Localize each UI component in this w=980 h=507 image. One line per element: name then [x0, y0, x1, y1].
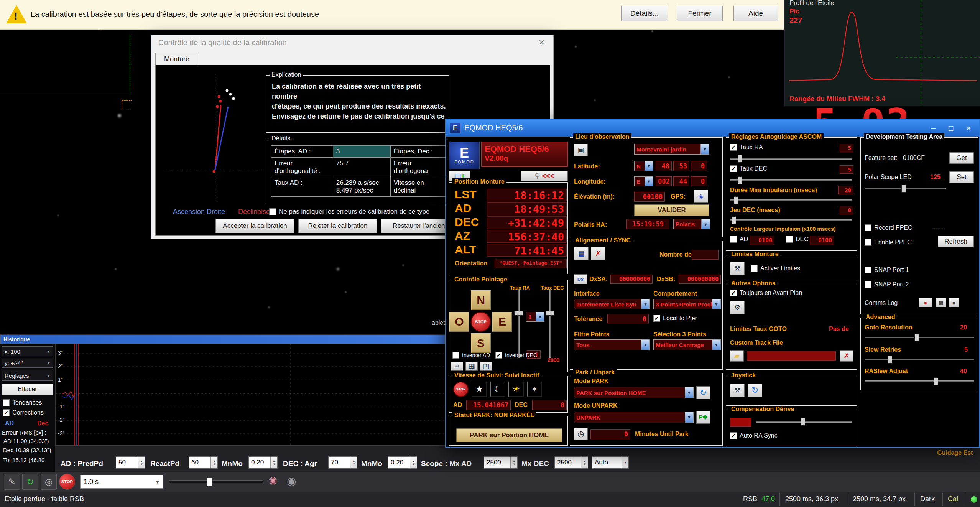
slew-south-button[interactable]: S	[471, 333, 491, 353]
taux-ra-vslider[interactable]	[514, 289, 524, 358]
spin-down-icon[interactable]: ▾	[213, 463, 215, 466]
slider-thumb[interactable]	[888, 356, 892, 364]
joystick-refresh-button[interactable]: ↻	[748, 384, 762, 397]
tab-monture[interactable]: Monture	[155, 53, 198, 65]
comms-stop-button[interactable]: ■	[949, 298, 959, 307]
track-file-clear-button[interactable]: ✗	[840, 350, 853, 362]
sync-list-view-button[interactable]: ▤	[574, 247, 589, 260]
slew-north-button[interactable]: N	[471, 290, 491, 310]
slider-thumb[interactable]	[546, 311, 554, 316]
grid-button[interactable]: ▦	[465, 362, 478, 371]
auto-ra-sync-checkbox[interactable]: ✓Auto RA Sync	[730, 432, 778, 439]
warning-details-button[interactable]: Détails...	[621, 6, 668, 21]
slider-thumb[interactable]	[207, 478, 212, 486]
spinner[interactable]: ▴▾	[210, 457, 217, 468]
loop-exposures-button[interactable]: ↻	[22, 474, 38, 490]
save-site-button[interactable]: ▣	[574, 144, 588, 156]
snap-port1-checkbox[interactable]: SNAP Port 1	[865, 267, 909, 273]
park-mode-dropdown[interactable]: PARK sur Position HOME▼	[574, 387, 694, 398]
reactpd-input[interactable]: 60▴▾	[189, 456, 218, 469]
mnmo-dec-input[interactable]: 0.20▴▾	[388, 456, 417, 469]
add-park-position-button[interactable]: P✚	[696, 411, 710, 424]
taux-ra-checkbox[interactable]: ✓Taux RA	[730, 144, 763, 151]
limits-wrench-button[interactable]: ⚒	[730, 262, 745, 275]
slew-east-button[interactable]: E	[492, 312, 512, 332]
pulse-ad-checkbox[interactable]: AD	[730, 236, 748, 243]
mnmo-ra-input[interactable]: 0.20▴▾	[248, 456, 278, 469]
taux-dec-slider[interactable]	[730, 176, 852, 184]
spinner[interactable]: ▴▾	[581, 457, 588, 468]
lat-ns-dropdown[interactable]: N▼	[634, 161, 653, 171]
dec-agr-input[interactable]: 70▴▾	[328, 456, 357, 469]
lon-ew-dropdown[interactable]: E▼	[634, 176, 653, 186]
comms-pause-button[interactable]: ▮▮	[936, 298, 946, 307]
tracking-dec-value[interactable]: 0	[532, 400, 567, 410]
slew-retries-slider[interactable]	[865, 356, 974, 364]
ra-slew-adjust-slider[interactable]	[865, 377, 974, 385]
elevation-value[interactable]: 00100	[634, 192, 665, 202]
slider-thumb[interactable]	[934, 377, 938, 385]
dont-show-checkbox[interactable]: Ne pas indiquer les erreurs de calibrati…	[269, 208, 429, 216]
unpark-mode-dropdown[interactable]: UNPARK▼	[574, 412, 694, 423]
polar-led-set-button[interactable]: Set	[949, 171, 974, 183]
local-to-pier-checkbox[interactable]: ✓Local to Pier	[653, 315, 697, 322]
track-file-folder-button[interactable]: ▰	[730, 350, 744, 362]
slider-thumb[interactable]	[801, 418, 805, 426]
unpark-shortcut-button[interactable]: ⚲<<<	[521, 171, 568, 181]
slider-thumb[interactable]	[738, 176, 742, 184]
slider-thumb[interactable]	[734, 196, 738, 204]
lunar-rate-button[interactable]: ☾	[490, 382, 505, 397]
min-pulse-slider[interactable]	[730, 196, 852, 204]
goto-resolution-slider[interactable]	[865, 333, 974, 342]
select-points-dropdown[interactable]: Meilleur Centrage▼	[653, 339, 721, 350]
slider-thumb[interactable]	[732, 216, 736, 224]
filter-points-dropdown[interactable]: Tous▼	[574, 339, 650, 350]
park-refresh-button[interactable]: ↻	[696, 386, 710, 399]
warning-help-button[interactable]: Aide	[733, 6, 778, 21]
behaviour-dropdown[interactable]: 3-Points+Point Proche▼	[653, 299, 721, 309]
gamma-slider[interactable]	[169, 477, 263, 486]
predpd-input[interactable]: 50▴▾	[116, 456, 145, 469]
dx-button[interactable]: Dx	[574, 274, 587, 284]
mx-ad-input[interactable]: 2500▴▾	[484, 456, 518, 469]
sidereal-rate-button[interactable]: ★	[472, 382, 487, 397]
history-settings-dropdown[interactable]: Réglages▼	[2, 370, 53, 381]
park-home-button[interactable]: PARK sur Position HOME	[456, 428, 562, 442]
mode-dropdown[interactable]: Auto▾	[592, 456, 629, 469]
mx-dec-input[interactable]: 2500▴▾	[554, 456, 588, 469]
track-file-path[interactable]	[747, 351, 836, 361]
enable-ppec-checkbox[interactable]: Enable PPEC	[865, 239, 912, 246]
dec-backlash-slider[interactable]	[730, 216, 852, 224]
feature-get-button[interactable]: Get	[949, 152, 974, 164]
drift-rate-value[interactable]	[730, 418, 751, 427]
lon-deg[interactable]: 002	[656, 176, 672, 186]
interface-dropdown[interactable]: Incrémenter Liste Syn▼	[574, 299, 650, 309]
close-icon[interactable]: ×	[539, 36, 544, 48]
auto-select-star-button[interactable]: ◎	[41, 474, 57, 490]
camera-settings-button[interactable]: ◉	[287, 475, 296, 487]
spin-down-icon[interactable]: ▾	[140, 463, 142, 466]
reject-calibration-button[interactable]: Rejeter la calibration	[298, 219, 377, 233]
comms-record-button[interactable]: ●	[919, 298, 932, 307]
lon-sec[interactable]: 0	[691, 176, 707, 186]
polaris-dropdown[interactable]: Polaris▼	[673, 219, 710, 229]
invert-dec-checkbox[interactable]: ✓Inverser DEC	[495, 352, 537, 359]
spinner[interactable]: ▴▾	[410, 457, 417, 468]
spin-down-icon[interactable]: ▾	[584, 463, 585, 466]
validate-button[interactable]: VALIDER	[634, 204, 709, 216]
custom-rate-button[interactable]: ✦	[527, 382, 542, 397]
spinner[interactable]: ▴▾	[270, 457, 277, 468]
exposure-dropdown[interactable]: 1.0 s ▾	[80, 475, 163, 489]
spin-down-icon[interactable]: ▾	[353, 463, 355, 466]
close-button[interactable]: ×	[960, 122, 977, 134]
taux-dec-vslider[interactable]	[545, 289, 555, 358]
pulse-dec-checkbox[interactable]: DEC	[786, 236, 809, 243]
tolerance-value[interactable]: 0	[607, 314, 649, 323]
always-on-top-checkbox[interactable]: ✓Toujours en Avant Plan	[730, 290, 802, 296]
tracking-ra-value[interactable]: 15.041067	[466, 400, 511, 410]
gps-button[interactable]: ◈	[694, 190, 708, 203]
trends-checkbox[interactable]: Tendances	[3, 399, 42, 406]
warning-close-button[interactable]: Fermer	[677, 6, 723, 21]
joystick-wrench-button[interactable]: ⚒	[730, 384, 745, 397]
options-gear-button[interactable]: ⚙	[730, 301, 745, 314]
